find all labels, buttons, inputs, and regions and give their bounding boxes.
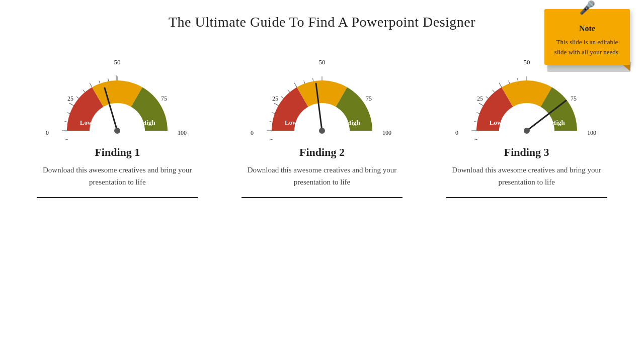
svg-line-43	[294, 83, 297, 87]
svg-line-20	[65, 139, 68, 140]
gauges-row: 50 25 75 0 100 Low Medium High	[0, 55, 644, 141]
svg-line-72	[508, 80, 509, 83]
gauge-3: 50 25 75 0 100 Low Medium High	[436, 55, 617, 141]
svg-text:100: 100	[587, 129, 596, 136]
svg-text:25: 25	[67, 95, 73, 102]
svg-line-77	[476, 113, 479, 114]
finding-3-title: Finding 3	[446, 146, 607, 159]
svg-line-16	[69, 103, 74, 106]
finding-1-text: Download this awesome creatives and brin…	[37, 164, 198, 188]
svg-text:50: 50	[523, 58, 530, 66]
finding-3: Finding 3 Download this awesome creative…	[436, 146, 617, 198]
svg-text:Medium: Medium	[310, 105, 334, 112]
finding-1-divider	[37, 197, 198, 198]
svg-text:100: 100	[178, 129, 187, 136]
svg-line-48	[270, 122, 273, 122]
svg-line-71	[517, 78, 518, 81]
svg-line-12	[99, 80, 100, 83]
finding-1-title: Finding 1	[37, 146, 198, 159]
svg-line-15	[76, 97, 79, 99]
svg-text:0: 0	[251, 129, 254, 136]
svg-text:100: 100	[382, 129, 391, 136]
gauge-2: 50 25 75 0 100 Low Medium High	[231, 55, 413, 141]
findings-row: Finding 1 Download this awesome creative…	[0, 146, 644, 198]
svg-line-14	[83, 90, 85, 93]
svg-text:High: High	[346, 119, 360, 126]
svg-text:50: 50	[318, 58, 325, 66]
svg-point-90	[524, 128, 530, 134]
svg-point-60	[319, 128, 325, 134]
svg-line-50	[270, 139, 273, 140]
svg-line-78	[474, 122, 477, 122]
svg-line-80	[474, 139, 477, 140]
finding-3-text: Download this awesome creatives and brin…	[446, 164, 607, 188]
svg-line-73	[499, 83, 502, 87]
svg-line-76	[478, 103, 483, 106]
finding-2-divider	[242, 197, 403, 198]
svg-text:0: 0	[455, 129, 458, 136]
svg-line-18	[65, 122, 68, 122]
finding-1: Finding 1 Download this awesome creative…	[27, 146, 208, 198]
svg-line-74	[493, 90, 495, 93]
svg-line-11	[108, 78, 109, 81]
finding-3-divider	[446, 197, 607, 198]
finding-2: Finding 2 Download this awesome creative…	[231, 146, 413, 198]
svg-text:0: 0	[46, 129, 49, 136]
microphone-icon: 🎤	[579, 0, 595, 16]
svg-text:High: High	[551, 119, 565, 126]
note-widget: 🎤 Note This slide is an editable slide w…	[544, 9, 630, 65]
svg-text:25: 25	[477, 95, 483, 102]
svg-line-46	[274, 103, 279, 106]
gauge-1: 50 25 75 0 100 Low Medium High	[27, 55, 208, 141]
svg-text:Medium: Medium	[106, 105, 129, 112]
svg-point-30	[114, 128, 120, 134]
svg-line-45	[281, 97, 284, 99]
gauge-1-svg: 50 25 75 0 100 Low Medium High	[42, 55, 193, 141]
svg-line-17	[67, 113, 70, 114]
svg-text:75: 75	[366, 95, 372, 102]
svg-text:25: 25	[272, 95, 278, 102]
svg-text:Low: Low	[80, 119, 93, 126]
svg-line-47	[272, 113, 275, 114]
svg-line-75	[486, 97, 488, 99]
gauge-2-svg: 50 25 75 0 100 Low Medium High	[247, 55, 397, 141]
svg-text:High: High	[142, 119, 156, 126]
note-body: Note This slide is an editable slide wit…	[544, 9, 630, 65]
svg-text:Low: Low	[489, 119, 502, 126]
gauge-3-svg: 50 25 75 0 100 Low Medium High	[451, 55, 602, 141]
svg-line-42	[304, 80, 305, 83]
svg-text:Low: Low	[285, 119, 297, 126]
finding-2-title: Finding 2	[242, 146, 403, 159]
svg-text:75: 75	[571, 95, 577, 102]
svg-line-41	[313, 78, 313, 81]
svg-text:75: 75	[161, 95, 167, 102]
svg-line-44	[288, 90, 290, 93]
svg-text:50: 50	[114, 58, 121, 66]
finding-2-text: Download this awesome creatives and brin…	[242, 164, 403, 188]
svg-text:Medium: Medium	[515, 105, 538, 112]
note-title: Note	[551, 24, 623, 33]
svg-line-13	[90, 83, 92, 87]
note-text: This slide is an editable slide with all…	[551, 37, 623, 57]
